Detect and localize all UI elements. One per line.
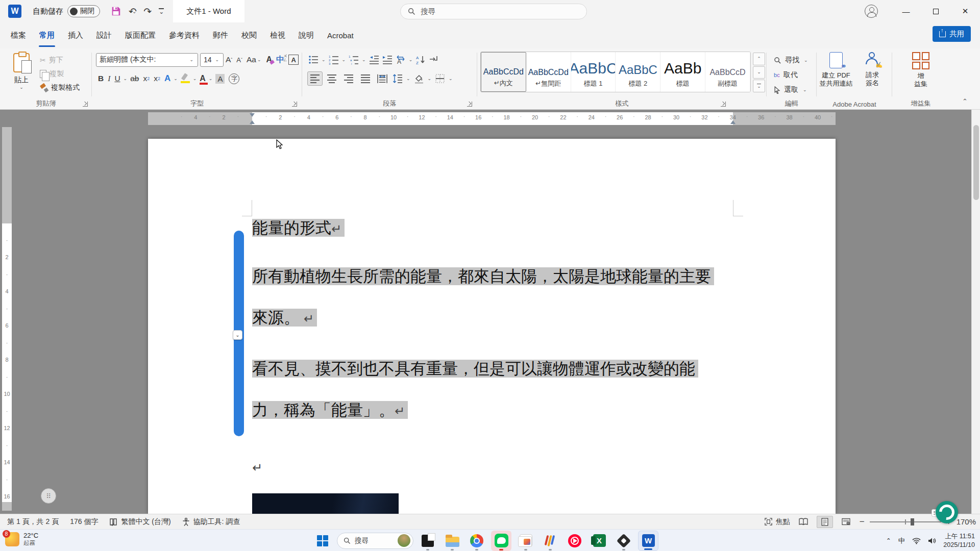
request-signature-button[interactable]: ✍ 請求簽名 (855, 52, 889, 88)
page-number-status[interactable]: 第 1 頁，共 2 頁 (7, 517, 59, 527)
autosave-toggle[interactable]: 關閉 (67, 5, 100, 17)
tab-help[interactable]: 說明 (292, 22, 321, 48)
character-border-button[interactable]: A (286, 53, 301, 66)
styles-scroll-down[interactable]: ⌄ (753, 66, 765, 79)
styles-dialog-launcher[interactable] (721, 102, 726, 107)
app-chrome[interactable] (467, 531, 487, 551)
maximize-button[interactable] (921, 0, 950, 22)
line-spacing-dropdown-icon[interactable]: ⌄ (406, 76, 410, 81)
right-indent-marker[interactable] (730, 120, 736, 124)
accessibility-status[interactable]: 協助工具: 調查 (182, 517, 240, 527)
cut-button[interactable]: ✂剪下 (40, 53, 91, 67)
capture-widget[interactable] (936, 501, 958, 523)
wifi-icon[interactable] (912, 537, 921, 544)
font-color-dropdown-icon[interactable]: ⌄ (209, 76, 213, 81)
paragraph-dialog-launcher[interactable] (467, 102, 472, 107)
collapse-ribbon-icon[interactable]: ⌃ (962, 97, 968, 105)
select-button[interactable]: 選取⌄ (774, 83, 808, 96)
app-excel[interactable]: X (589, 531, 609, 551)
shading-dropdown-icon[interactable]: ⌄ (428, 76, 432, 81)
zoom-out-button[interactable]: − (860, 517, 865, 527)
clipboard-dialog-launcher[interactable] (83, 102, 88, 107)
superscript-button[interactable]: x2 (152, 72, 162, 85)
focus-mode-button[interactable]: 焦點 (765, 517, 790, 527)
app-snipping[interactable] (418, 531, 438, 551)
decrease-indent-icon[interactable] (368, 54, 380, 66)
text-effects-button[interactable]: A (162, 72, 173, 85)
grow-font-button[interactable]: Aˆ (224, 53, 234, 66)
bullets-dropdown-icon[interactable]: ⌄ (322, 57, 326, 62)
doc-line-empty[interactable]: ↵ (252, 450, 262, 485)
show-marks-icon[interactable] (428, 54, 440, 66)
app-file-explorer[interactable] (442, 531, 462, 551)
format-painter-button[interactable]: 複製格式 (40, 81, 91, 94)
vertical-scrollbar[interactable] (971, 110, 980, 514)
close-button[interactable]: ✕ (950, 0, 980, 22)
floating-page-widget[interactable]: ⠿ (41, 488, 56, 504)
italic-button[interactable]: I (106, 72, 112, 85)
zoom-slider[interactable] (870, 521, 941, 522)
style-subtitle[interactable]: AaBbCcD副標題 (705, 52, 750, 92)
start-button[interactable] (312, 531, 333, 551)
align-center-button[interactable] (324, 71, 339, 86)
app-line[interactable] (491, 531, 511, 551)
asian-layout-dropdown-icon[interactable]: ⌄ (409, 57, 413, 62)
create-pdf-button[interactable]: 建立 PDF並共用連結 (817, 52, 855, 88)
align-right-button[interactable] (341, 71, 356, 86)
paste-button[interactable]: 貼上 ⌄ (7, 52, 36, 98)
character-shading-button[interactable]: A (213, 72, 227, 85)
doc-line-body3[interactable]: 看不見、摸不到也不具有重量，但是可以讓物體運作或改變的能 (252, 352, 698, 386)
embedded-image[interactable] (252, 493, 399, 514)
align-left-button[interactable] (307, 71, 323, 86)
line-spacing-icon[interactable] (391, 72, 404, 85)
bullets-icon[interactable] (307, 54, 320, 66)
doc-line-body2[interactable]: 來源。 ↵ (252, 301, 317, 336)
styles-gallery-expand[interactable]: ⌄ (753, 80, 765, 92)
scrollbar-thumb[interactable] (973, 125, 979, 200)
font-color-button[interactable]: A (198, 72, 208, 85)
sort-icon[interactable]: AZ (414, 54, 427, 66)
word-app-icon[interactable]: W (8, 5, 21, 18)
underline-dropdown-icon[interactable]: ⌄ (124, 76, 128, 81)
search-box[interactable]: 搜尋 (400, 4, 587, 19)
distribute-button[interactable] (375, 71, 390, 86)
zoom-slider-thumb[interactable] (911, 518, 914, 525)
document-page[interactable]: 能量的形式↵ 所有動植物生長所需的能量，都來自太陽，太陽是地球能量的主要 來源。… (148, 139, 836, 514)
addins-button[interactable]: 增益集 (901, 52, 940, 89)
account-avatar[interactable] (865, 5, 878, 18)
vertical-ruler[interactable]: 246810121416········· (2, 127, 12, 511)
tab-view[interactable]: 檢視 (263, 22, 292, 48)
doc-line-body4[interactable]: 力，稱為「能量」。↵ (252, 393, 408, 428)
doc-line-body1[interactable]: 所有動植物生長所需的能量，都來自太陽，太陽是地球能量的主要 (252, 260, 714, 293)
minimize-button[interactable]: — (891, 0, 921, 22)
increase-indent-icon[interactable] (381, 54, 394, 66)
paste-dropdown-icon[interactable]: ⌄ (19, 85, 23, 90)
clock[interactable]: 上午 11:51 2025/11/10 (943, 532, 975, 549)
select-dropdown-icon[interactable]: ⌄ (803, 87, 807, 92)
redo-button[interactable]: ↷ (143, 7, 152, 16)
asian-layout-icon[interactable]: A (395, 54, 407, 66)
hidden-icons-button[interactable]: ⌃ (886, 537, 891, 544)
tab-mailings[interactable]: 郵件 (206, 22, 235, 48)
tab-review[interactable]: 校閱 (235, 22, 263, 48)
tab-references[interactable]: 參考資料 (162, 22, 206, 48)
borders-icon[interactable] (434, 72, 446, 85)
qat-overflow-icon[interactable]: ⌄ (159, 8, 164, 14)
tab-design[interactable]: 設計 (90, 22, 118, 48)
horizontal-ruler[interactable]: 24681012141618202224262830323442363840··… (148, 112, 836, 125)
web-layout-button[interactable] (838, 516, 854, 528)
multilevel-list-icon[interactable]: 1ai (348, 54, 360, 66)
weather-widget[interactable]: 8 22°C 起霧 (5, 532, 38, 546)
save-icon[interactable] (110, 6, 121, 17)
hanging-indent-marker[interactable] (250, 120, 255, 124)
tab-layout[interactable]: 版面配置 (118, 22, 162, 48)
app-inkscape[interactable] (614, 531, 634, 551)
clear-formatting-button[interactable]: A (264, 53, 275, 66)
undo-dropdown-icon[interactable]: ⌄ (132, 9, 136, 14)
word-count-status[interactable]: 176 個字 (70, 517, 98, 527)
shading-icon[interactable] (413, 72, 425, 85)
font-size-select[interactable]: 14⌄ (200, 53, 224, 67)
subscript-button[interactable]: x2 (141, 72, 152, 85)
app-youtube-music[interactable] (565, 531, 585, 551)
bold-button[interactable]: B (96, 72, 106, 85)
